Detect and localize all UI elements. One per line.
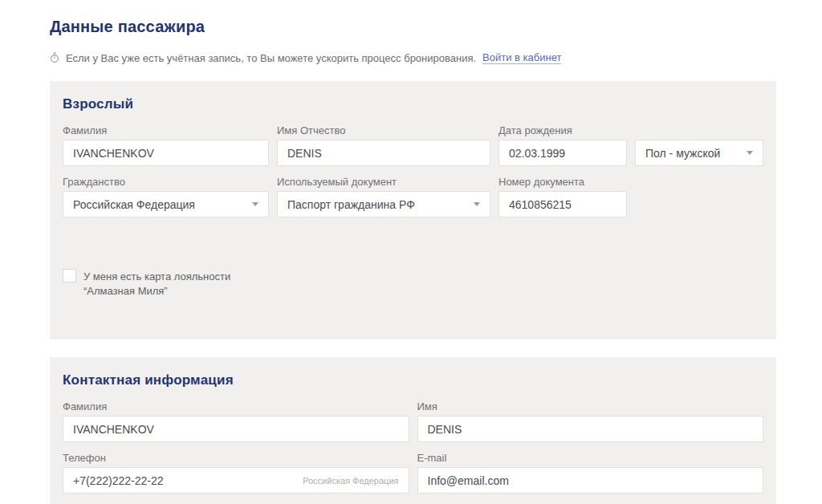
firstname-input[interactable] bbox=[277, 140, 490, 166]
citizenship-value: Российская Федерация bbox=[73, 198, 195, 211]
docnumber-field: Номер документа bbox=[498, 176, 627, 217]
account-note: Если у Вас уже есть учётная запись, то В… bbox=[50, 51, 776, 64]
lastname-label: Фамилия bbox=[63, 124, 269, 136]
contact-firstname-field: Имя bbox=[417, 400, 764, 442]
adult-section-title: Взрослый bbox=[63, 96, 763, 112]
stopwatch-icon bbox=[50, 52, 59, 63]
birthdate-label: Дата рождения bbox=[498, 124, 627, 136]
contact-lastname-label: Фамилия bbox=[63, 400, 409, 413]
email-field: E-mail bbox=[417, 452, 764, 494]
document-value: Паспорт гражданина РФ bbox=[287, 198, 415, 211]
chevron-down-icon bbox=[252, 202, 258, 206]
chevron-down-icon bbox=[747, 151, 753, 155]
chevron-down-icon bbox=[474, 202, 480, 206]
contact-firstname-input[interactable] bbox=[417, 416, 764, 442]
adult-row-2: Гражданство Российская Федерация Использ… bbox=[63, 176, 763, 217]
contact-lastname-field: Фамилия bbox=[63, 400, 409, 442]
contact-row-2: Телефон Российская Федерация E-mail bbox=[63, 452, 763, 494]
phone-field: Телефон Российская Федерация bbox=[63, 452, 409, 494]
contact-lastname-input[interactable] bbox=[63, 416, 409, 442]
contact-row-1: Фамилия Имя bbox=[63, 400, 763, 442]
loyalty-checkbox-row[interactable]: У меня есть карта лояльности “Алмазная М… bbox=[63, 269, 763, 298]
citizenship-dropdown[interactable]: Российская Федерация bbox=[63, 191, 269, 217]
document-dropdown[interactable]: Паспорт гражданина РФ bbox=[277, 191, 490, 217]
birthdate-input[interactable] bbox=[498, 140, 627, 166]
firstname-field: Имя Отчество bbox=[277, 124, 490, 166]
account-note-text: Если у Вас уже есть учётная запись, то В… bbox=[66, 52, 476, 64]
docnumber-label: Номер документа bbox=[498, 176, 627, 188]
login-link[interactable]: Войти в кабинет bbox=[482, 51, 561, 64]
page-title: Данные пассажира bbox=[50, 18, 776, 36]
document-field: Используемый документ Паспорт гражданина… bbox=[277, 176, 490, 217]
loyalty-checkbox-label[interactable]: У меня есть карта лояльности “Алмазная М… bbox=[83, 269, 230, 298]
phone-label: Телефон bbox=[63, 452, 409, 464]
contact-firstname-label: Имя bbox=[417, 400, 764, 413]
docnumber-input[interactable] bbox=[498, 191, 627, 217]
birthdate-field: Дата рождения bbox=[498, 124, 627, 166]
contact-section-title: Контактная информация bbox=[63, 372, 763, 388]
email-input[interactable] bbox=[417, 467, 764, 494]
passenger-form: Данные пассажира Если у Вас уже есть учё… bbox=[0, 0, 822, 504]
citizenship-label: Гражданство bbox=[63, 176, 269, 188]
lastname-field: Фамилия bbox=[63, 124, 269, 166]
firstname-label: Имя Отчество bbox=[277, 124, 490, 136]
gender-value: Пол - мужской bbox=[645, 147, 720, 160]
adult-row-1: Фамилия Имя Отчество Дата рождения Пол -… bbox=[63, 124, 763, 166]
phone-input[interactable] bbox=[63, 467, 409, 494]
citizenship-field: Гражданство Российская Федерация bbox=[63, 176, 269, 217]
loyalty-checkbox[interactable] bbox=[63, 269, 76, 282]
gender-dropdown[interactable]: Пол - мужской bbox=[635, 140, 763, 166]
contact-section: Контактная информация Фамилия Имя Телефо… bbox=[50, 357, 776, 504]
document-label: Используемый документ bbox=[277, 176, 490, 188]
email-label: E-mail bbox=[417, 452, 764, 464]
adult-section: Взрослый Фамилия Имя Отчество Дата рожде… bbox=[50, 81, 776, 339]
lastname-input[interactable] bbox=[63, 140, 269, 166]
